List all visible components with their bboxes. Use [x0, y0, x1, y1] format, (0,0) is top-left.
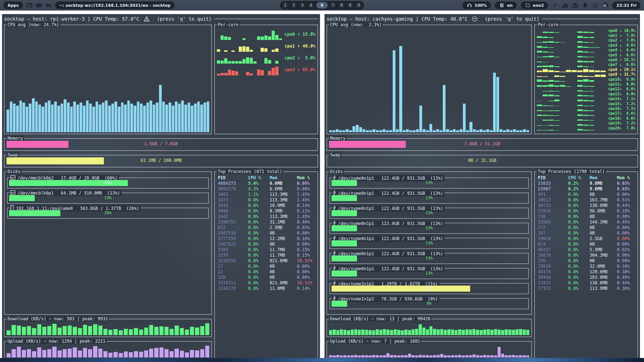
download-panel: Download (KB/s) — now: 583 | peak: 9931 [4, 319, 212, 337]
process-mem: 0B [270, 230, 297, 236]
disks-panel: Disks/dev/nvme0n1p1 122.4GB / 931.5GB (1… [327, 171, 532, 315]
process-cpu: 0.0% [248, 230, 269, 236]
swap-panel: Swap0B / 31.1GB [327, 155, 638, 167]
graph-bar [455, 330, 458, 335]
graph-bar [515, 355, 518, 357]
memory-usage-text: 1.5GB / 7.6GB [7, 141, 315, 146]
graph-bar [169, 103, 171, 132]
graph-bar [29, 104, 31, 132]
process-mem: 0B [270, 269, 297, 275]
core-sparkline [537, 87, 606, 92]
power-icon[interactable] [592, 2, 598, 8]
apps-button[interactable]: Apps [4, 2, 23, 9]
download-panel: Download (KB/s) — now: 13 | peak: 99426 [327, 319, 532, 337]
workspace-9[interactable]: 9 [347, 2, 353, 9]
process-row: 15203110.0%821.6MB10.52% [218, 280, 315, 286]
graph-bar [67, 103, 70, 132]
workspace-6[interactable]: 6 [316, 2, 328, 9]
process-pid: 4084270 [218, 186, 248, 192]
workspace-1[interactable]: 1 [282, 2, 289, 9]
process-cpu: 0.0% [248, 269, 269, 275]
process-mem-pct: 0.11% [297, 208, 315, 214]
process-table: PIDCPU %MemMem %40842735.4%6.6MB0.08%408… [218, 175, 315, 357]
core-row: cpu16↓ 7.1% [537, 106, 635, 111]
graph-bar [58, 350, 62, 357]
graph-bar [108, 330, 112, 335]
graph-bar [246, 47, 249, 52]
upload-panel: Upload (KB/s) — now: 7 | peak: 1601 [327, 341, 532, 359]
core-sparkline [537, 48, 606, 53]
folder-icon[interactable] [46, 2, 52, 8]
graph-bar [149, 101, 152, 132]
graph-bar [58, 328, 62, 335]
process-mem-pct: 0.08% [297, 186, 315, 192]
lower-left-column: Disks/dev/nvme0n1p1 122.4GB / 931.5GB (1… [327, 171, 532, 359]
terminal-window-cachyos-gaming[interactable]: socktop — host: cachyos-gaming | CPU Tem… [325, 14, 640, 358]
process-row: 238070.2%9.8MB0.03% [538, 186, 635, 192]
workspace-7[interactable]: 7 [330, 2, 336, 9]
history-icon[interactable] [602, 2, 608, 8]
stats-icon[interactable] [562, 2, 568, 8]
workspace-2[interactable]: 2 [291, 2, 297, 9]
graph-bar [221, 35, 224, 40]
process-pid: 39824 [538, 236, 568, 241]
graph-bar [394, 355, 397, 357]
workspace-0[interactable]: 0 [355, 2, 362, 9]
ethernet-icon [525, 2, 531, 8]
volume-control[interactable]: 100% [462, 2, 491, 9]
graph-bar [472, 354, 475, 357]
graph-bar [73, 102, 76, 132]
process-row: 40880.0%8.5MB0.11% [218, 208, 315, 214]
workspace-3[interactable]: 3 [299, 2, 306, 9]
process-cpu: 1.1% [248, 192, 269, 197]
bell-icon[interactable] [582, 2, 588, 8]
graph-bar [99, 105, 101, 132]
process-cpu: 0.0% [248, 208, 269, 214]
process-mem: 5.5MB [590, 247, 617, 252]
process-cpu: 0.0% [568, 263, 589, 269]
network-control[interactable]: eno2 [521, 2, 548, 9]
graph-bar [437, 329, 440, 335]
graph-bar [184, 105, 187, 132]
graph-bar [175, 326, 179, 335]
process-mem: 113.9MB [590, 286, 617, 291]
window-icon[interactable] [26, 2, 32, 8]
graph-bar [93, 346, 97, 357]
process-row: 10430.0%113.3MB1.45% [218, 214, 315, 219]
disk-name: /dev/mmcblk0p1 [18, 191, 54, 196]
cool-face-icon [472, 16, 477, 22]
core-row: cpu18↓ 6.6% [537, 116, 635, 121]
bluetooth-control[interactable]: on [495, 2, 516, 9]
download-graph [329, 323, 529, 335]
terminal-window-rpi-worker-3[interactable]: socktop — host: rpi-worker-3 | CPU Temp:… [2, 14, 320, 358]
graph-bar [501, 330, 504, 335]
process-cpu: 0.2% [568, 180, 589, 186]
process-cpu: 0.0% [248, 247, 269, 252]
process-mem: 304.3MB [590, 252, 617, 258]
core-label: cpu12↓ 6.6% [608, 87, 635, 91]
graph-bar [32, 98, 35, 132]
workspace-4[interactable]: 4 [308, 2, 314, 9]
mail-icon[interactable] [36, 2, 42, 8]
bolt-icon[interactable] [552, 2, 558, 8]
memory-usage-text: 7.8GB / 31.1GB [329, 141, 635, 146]
graph-bar [257, 69, 260, 75]
disks-panel: Disks/dev/mmcblk0p2 17.4GB / 28.8GB (60%… [4, 171, 212, 315]
process-pid: 1043 [218, 214, 248, 219]
process-pid: 30733 [538, 203, 568, 208]
focused-window-title[interactable]: ~: socktop ws://192.168.1.104:3031/ws - … [55, 2, 175, 9]
process-header-mem: Mem [590, 175, 617, 180]
processes-label: Top Processes (671 total) [217, 169, 283, 174]
process-row: 398240.0%2.5GB8.08% [538, 236, 635, 241]
disk-usage-bar: 13% [332, 195, 527, 201]
graph-bar [207, 102, 209, 132]
clock[interactable]: 23:32 Fri [612, 2, 640, 9]
graph-bar [415, 355, 418, 357]
core-label: cpu3 ↑ 85.0% [285, 67, 315, 72]
graph-bar [243, 59, 246, 64]
process-header-mem: Mem % [617, 175, 635, 180]
workspace-8[interactable]: 8 [338, 2, 345, 9]
graph-bar [257, 36, 260, 40]
graph-bar [7, 330, 11, 335]
layers-icon[interactable] [572, 2, 578, 8]
